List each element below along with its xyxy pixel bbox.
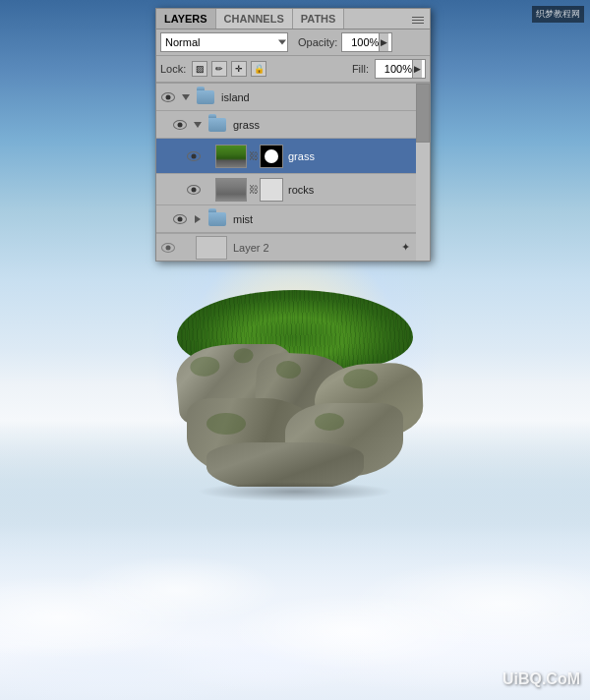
layer-grass-name: grass xyxy=(284,150,428,162)
layer-grass-thumb xyxy=(215,145,247,168)
blend-mode-select[interactable]: Normal Dissolve Multiply Screen Overlay xyxy=(160,32,288,52)
layer-rocks-visibility[interactable] xyxy=(184,176,204,204)
layer-island-folder-icon xyxy=(196,88,215,107)
expand-arrow-island xyxy=(182,94,190,100)
fill-arrow[interactable]: ▶ xyxy=(412,60,422,78)
island-rocks xyxy=(157,344,433,487)
scroll-thumb[interactable] xyxy=(416,84,430,143)
layer-mist-folder-icon xyxy=(207,209,227,229)
layer-island-expand[interactable] xyxy=(178,84,194,111)
lock-paint-icon[interactable]: ✏ xyxy=(211,61,227,77)
watermark-top: 织梦教程网 xyxy=(532,6,584,23)
floating-island xyxy=(157,290,433,487)
layer-grass-visibility[interactable] xyxy=(184,143,204,170)
layer-list: island grass ⛓ xyxy=(156,83,430,261)
layer-mist-expand[interactable] xyxy=(190,205,206,233)
layer-2-thumb xyxy=(196,236,227,260)
eye-icon-layer2 xyxy=(161,243,175,253)
layer-island-name: island xyxy=(217,91,428,103)
tab-channels[interactable]: CHANNELS xyxy=(216,9,293,29)
layer-rocks-link[interactable]: ⛓ xyxy=(249,178,259,202)
layer-rocks-expand[interactable] xyxy=(204,176,213,204)
eye-icon-island xyxy=(161,92,175,102)
eye-icon-rocks xyxy=(187,185,201,195)
panel-scrollbar[interactable] xyxy=(416,84,430,261)
layer-2-row[interactable]: Layer 2 ✦ xyxy=(156,233,430,261)
eye-icon-grass xyxy=(187,151,201,161)
layer-grass-mask xyxy=(260,145,283,168)
opacity-input[interactable]: 100% xyxy=(345,36,379,48)
layer-grass-group-folder-icon xyxy=(207,115,227,135)
layer-mist-name: mist xyxy=(229,213,428,225)
layer-rocks-thumb xyxy=(215,178,247,202)
layer-2-indicator: ✦ xyxy=(401,241,410,254)
layer-grass-group-expand[interactable] xyxy=(190,111,206,139)
fill-label: Fill: xyxy=(352,63,369,75)
layer-mist[interactable]: mist xyxy=(156,205,430,233)
fill-input-wrap: 100% ▶ xyxy=(375,59,426,79)
opacity-input-wrap: 100% ▶ xyxy=(341,32,392,52)
folder-icon-mist xyxy=(208,212,226,226)
tab-layers[interactable]: LAYERS xyxy=(156,9,216,29)
panel-tabs: LAYERS CHANNELS PATHS xyxy=(156,9,430,29)
moss-1 xyxy=(190,355,221,378)
layer-mist-visibility[interactable] xyxy=(170,205,190,233)
layer-grass-group-name: grass xyxy=(229,119,428,131)
folder-icon-island xyxy=(197,90,214,104)
expand-arrow-mist xyxy=(195,215,201,223)
rock-6 xyxy=(206,442,364,487)
blend-mode-row: Normal Dissolve Multiply Screen Overlay … xyxy=(156,29,430,56)
opacity-arrow[interactable]: ▶ xyxy=(379,33,388,51)
blend-mode-wrapper: Normal Dissolve Multiply Screen Overlay xyxy=(160,32,288,52)
moss-3 xyxy=(276,360,302,379)
layer-grass-group-visibility[interactable] xyxy=(170,111,190,139)
layer-rocks-name: rocks xyxy=(284,184,428,196)
eye-icon-grass-group xyxy=(173,120,187,130)
opacity-label: Opacity: xyxy=(298,36,337,48)
layer-rocks[interactable]: ⛓ rocks xyxy=(156,174,430,205)
tab-paths[interactable]: PATHS xyxy=(293,9,345,29)
watermark-bottom: UiBQ.CoM xyxy=(502,671,580,688)
lock-label: Lock: xyxy=(160,63,186,75)
layer-grass-expand[interactable] xyxy=(204,143,213,170)
menu-line-3 xyxy=(412,23,424,24)
layer-grass-group[interactable]: grass xyxy=(156,111,430,139)
layer-rocks-mask xyxy=(260,178,283,202)
fill-input[interactable]: 100% xyxy=(379,63,412,75)
lock-move-icon[interactable]: ✛ xyxy=(231,61,247,77)
menu-line-2 xyxy=(412,20,424,21)
lock-transparency-icon[interactable]: ▨ xyxy=(192,61,207,77)
layers-panel: LAYERS CHANNELS PATHS Normal Dissolve Mu… xyxy=(155,8,431,262)
island-shadow xyxy=(197,482,393,501)
folder-icon-grass-group xyxy=(208,118,226,132)
mask-shape xyxy=(265,149,278,163)
lock-row: Lock: ▨ ✏ ✛ 🔒 Fill: 100% ▶ xyxy=(156,56,430,83)
moss-2 xyxy=(233,347,254,364)
layer-2-visibility[interactable] xyxy=(158,234,178,262)
menu-line-1 xyxy=(412,17,424,18)
moss-5 xyxy=(206,413,246,435)
rocks-thumb-image xyxy=(216,179,246,201)
eye-icon-mist xyxy=(173,214,187,224)
lock-icons: ▨ ✏ ✛ 🔒 xyxy=(192,61,266,77)
layer-grass[interactable]: ⛓ grass xyxy=(156,139,430,174)
lock-all-icon[interactable]: 🔒 xyxy=(251,61,266,77)
moss-4 xyxy=(343,369,379,389)
moss-6 xyxy=(315,413,344,431)
layer-grass-link[interactable]: ⛓ xyxy=(249,145,259,168)
layer-island-visibility[interactable] xyxy=(158,84,178,111)
layer-island[interactable]: island xyxy=(156,84,430,111)
layer-2-name: Layer 2 xyxy=(229,242,401,254)
panel-menu-button[interactable] xyxy=(410,13,426,27)
grass-thumb-image xyxy=(216,146,246,167)
expand-arrow-grass-group xyxy=(194,122,202,128)
